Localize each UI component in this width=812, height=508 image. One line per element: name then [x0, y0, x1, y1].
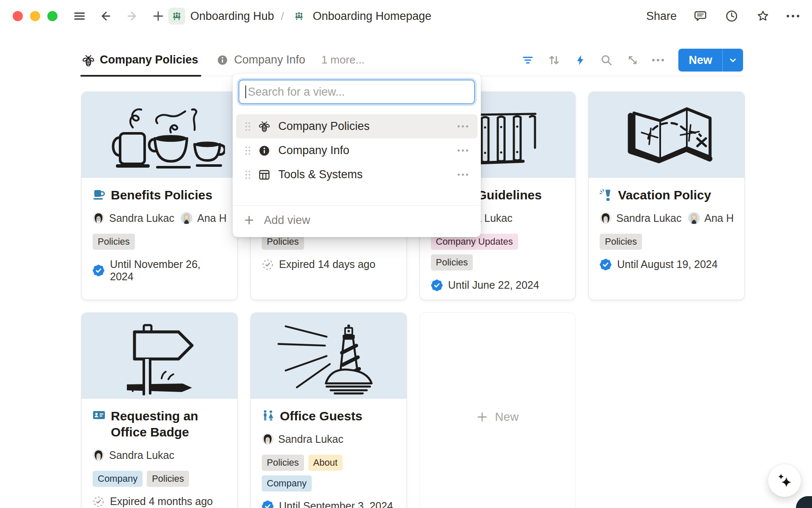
- view-item-label: Tools & Systems: [278, 168, 363, 181]
- avatar: [262, 433, 274, 445]
- drag-handle-icon[interactable]: [244, 145, 251, 156]
- card-people-row: Sandra Lukac: [93, 448, 226, 462]
- card-office-badge[interactable]: Requesting an Office Badge Sandra Lukac …: [82, 313, 237, 508]
- drag-handle-icon[interactable]: [244, 169, 251, 180]
- card-status-row: Until November 26, 2024: [93, 258, 226, 283]
- status-label: Until September 3, 2024: [279, 500, 393, 508]
- breadcrumb-label: Onboarding Homepage: [313, 10, 431, 23]
- view-item-options-icon[interactable]: [458, 125, 468, 127]
- new-button-label[interactable]: New: [678, 49, 722, 72]
- view-item-options-icon[interactable]: [458, 149, 468, 152]
- favorite-star-icon[interactable]: [755, 8, 771, 24]
- card-people-row: Sandra Lukac Ana Hau: [600, 211, 733, 225]
- new-button[interactable]: New: [678, 49, 743, 72]
- bee-icon: [258, 120, 271, 133]
- person-name: Ana Hau: [705, 212, 733, 224]
- tab-company-policies[interactable]: Company Policies: [82, 44, 198, 76]
- expired-check-icon: [262, 259, 274, 271]
- person-name: Sandra Lukac: [278, 433, 343, 445]
- views-list: Company Policies Company Info Tools & Sy…: [233, 114, 481, 187]
- sort-icon[interactable]: [547, 53, 561, 67]
- new-card-label: New: [495, 410, 518, 424]
- card-cover: [82, 313, 237, 399]
- history-clock-icon[interactable]: [724, 8, 739, 24]
- breadcrumb-separator: /: [281, 10, 284, 23]
- view-item-label: Company Info: [278, 144, 349, 157]
- new-page-plus-icon[interactable]: [151, 8, 166, 24]
- text-cursor: [245, 86, 246, 98]
- status-label: Expired 14 days ago: [279, 258, 376, 271]
- filter-icon[interactable]: [521, 53, 535, 67]
- card-title-row: Office Guests: [262, 408, 395, 424]
- map-drawing: [601, 97, 732, 173]
- tab-label: Company Info: [234, 53, 305, 66]
- expand-view-icon[interactable]: [626, 53, 639, 67]
- coffee-cup-icon: [93, 189, 105, 203]
- close-window-button[interactable]: [13, 11, 23, 21]
- breadcrumb-item-hub[interactable]: Onboarding Hub: [168, 8, 274, 25]
- tab-company-info[interactable]: Company Info: [216, 53, 305, 66]
- card-cover: [82, 92, 237, 178]
- view-item-label: Company Policies: [278, 120, 370, 133]
- view-item-tools-systems[interactable]: Tools & Systems: [236, 163, 477, 187]
- person-name: Sandra Lukac: [616, 212, 681, 224]
- signpost-drawing: [94, 316, 225, 396]
- new-card-button[interactable]: New: [420, 313, 576, 508]
- back-icon[interactable]: [98, 8, 113, 24]
- comments-icon[interactable]: [693, 8, 708, 24]
- card-vacation-policy[interactable]: Vacation Policy Sandra Lukac Ana Hau Pol…: [589, 92, 744, 300]
- card-tags-row: Company Updates Policies: [431, 234, 565, 271]
- info-icon: [258, 144, 271, 157]
- verified-badge-icon: [93, 265, 104, 276]
- breadcrumb-label: Onboarding Hub: [190, 10, 274, 23]
- vacation-alert-icon: [600, 189, 612, 203]
- person-name: Sandra Lukac: [109, 212, 174, 224]
- person-name: Sandra Lukac: [109, 449, 174, 461]
- drag-handle-icon[interactable]: [244, 121, 251, 132]
- avatar: [93, 449, 104, 461]
- tag: Company: [262, 475, 312, 491]
- view-more-options-icon[interactable]: [652, 59, 664, 61]
- sidebar-menu-icon[interactable]: [72, 8, 87, 24]
- more-options-icon[interactable]: [787, 15, 799, 17]
- view-search-input[interactable]: Search for a view...: [239, 80, 475, 104]
- card-office-guests[interactable]: Office Guests Sandra Lukac Policies Abou…: [251, 313, 406, 508]
- traffic-lights: [13, 11, 58, 21]
- forward-icon[interactable]: [124, 8, 140, 24]
- minimize-window-button[interactable]: [30, 11, 40, 21]
- share-button[interactable]: Share: [646, 10, 677, 23]
- ai-sparkle-button[interactable]: [768, 464, 801, 497]
- view-tabs-bar: Company Policies Company Info 1 more... …: [82, 44, 743, 76]
- view-item-company-info[interactable]: Company Info: [236, 138, 477, 163]
- tabs-more-button[interactable]: 1 more...: [321, 53, 365, 66]
- avatar: [181, 212, 192, 224]
- card-tags-row: Policies: [93, 234, 226, 250]
- breadcrumb: Onboarding Hub / Onboarding Homepage: [168, 8, 431, 25]
- card-people-row: Sandra Lukac: [262, 432, 395, 446]
- breadcrumb-item-homepage[interactable]: Onboarding Homepage: [291, 8, 431, 25]
- view-item-company-policies[interactable]: Company Policies: [236, 114, 477, 138]
- automation-bolt-icon[interactable]: [573, 53, 587, 67]
- chevron-down-icon[interactable]: [723, 49, 743, 72]
- card-tags-row: Policies: [600, 234, 733, 250]
- bee-icon: [82, 54, 94, 66]
- card-title-row: Benefits Policies: [93, 187, 226, 203]
- card-title: Office Guests: [280, 408, 362, 424]
- card-title: Benefits Policies: [111, 187, 212, 203]
- tag: Policies: [147, 471, 189, 487]
- view-item-options-icon[interactable]: [458, 174, 468, 176]
- search-icon[interactable]: [600, 53, 613, 67]
- screen-corner-shape: [796, 496, 812, 508]
- card-status-row: Until August 19, 2024: [600, 258, 733, 271]
- card-cover: [589, 92, 744, 178]
- add-view-button[interactable]: Add view: [233, 206, 481, 235]
- card-benefits-policies[interactable]: Benefits Policies Sandra Lukac Ana Ha Po…: [82, 92, 237, 300]
- team-icon: [291, 8, 307, 25]
- card-title: Guidelines: [477, 187, 542, 203]
- lighthouse-drawing: [263, 316, 394, 396]
- avatar: [93, 212, 104, 224]
- zoom-window-button[interactable]: [47, 11, 58, 21]
- card-title-row: Vacation Policy: [600, 187, 733, 203]
- window-top-bar: Onboarding Hub / Onboarding Homepage Sha…: [0, 0, 812, 32]
- tag: About: [308, 455, 343, 471]
